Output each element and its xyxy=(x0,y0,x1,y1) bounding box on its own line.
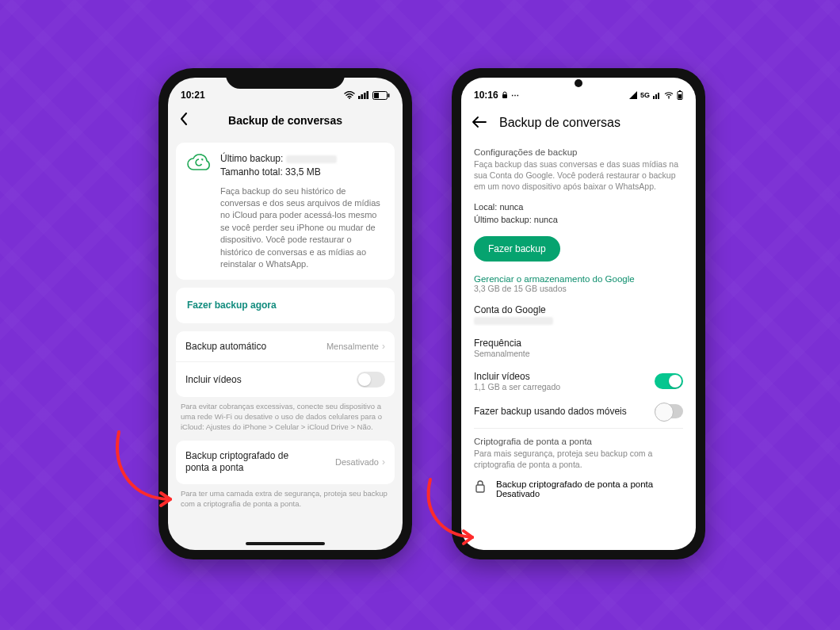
android-frame: 10:16 ⋯ 5G Backup de conversas xyxy=(452,68,705,559)
e2e-section-desc: Para mais segurança, proteja seu backup … xyxy=(474,448,683,470)
e2e-backup-row[interactable]: Backup criptografado de ponta a ponta De… xyxy=(176,441,395,484)
wifi-icon xyxy=(344,91,355,99)
android-status-icons: 5G xyxy=(629,90,683,100)
e2e-label: Backup criptografado de ponta a ponta xyxy=(185,450,304,475)
google-account-row[interactable]: Conta do Google xyxy=(474,293,683,331)
svg-rect-10 xyxy=(655,94,657,99)
section-desc: Faça backup das suas conversas e das sua… xyxy=(474,158,683,193)
more-icon: ⋯ xyxy=(511,91,519,100)
svg-rect-8 xyxy=(502,94,507,98)
include-videos-toggle[interactable] xyxy=(655,373,683,389)
svg-rect-16 xyxy=(476,485,484,492)
wifi-icon xyxy=(664,92,674,99)
svg-rect-1 xyxy=(358,96,361,99)
last-backup-label: Último backup: xyxy=(474,215,532,224)
total-size-label: Tamanho total: xyxy=(220,166,283,178)
back-button[interactable] xyxy=(472,115,487,132)
network-type: 5G xyxy=(640,91,650,99)
include-videos-toggle[interactable] xyxy=(357,372,385,388)
page-title: Backup de conversas xyxy=(228,114,342,127)
svg-point-0 xyxy=(349,97,350,99)
section-title: Configurações de backup xyxy=(474,147,683,157)
lock-small-icon xyxy=(502,91,508,99)
chevron-left-icon xyxy=(179,112,189,126)
svg-rect-6 xyxy=(388,94,390,97)
e2e-value: Desativado xyxy=(335,457,379,467)
include-videos-sub: 1,1 GB a ser carregado xyxy=(474,382,560,391)
local-label: Local: xyxy=(474,202,497,212)
svg-rect-3 xyxy=(364,93,366,99)
last-backup-value: nunca xyxy=(534,215,558,224)
iphone-frame: 10:21 Backup de conversas xyxy=(158,68,412,559)
include-videos-row[interactable]: Incluir vídeos 1,1 GB a ser carregado xyxy=(474,365,683,398)
chevron-right-icon: › xyxy=(382,341,385,352)
back-button[interactable] xyxy=(179,112,189,130)
redacted-value xyxy=(286,155,337,163)
do-backup-button[interactable]: Fazer backup xyxy=(474,236,560,262)
e2e-row-label: Backup criptografado de ponta a ponta xyxy=(496,479,653,489)
cellular-icon xyxy=(629,91,637,99)
mobile-data-row[interactable]: Fazer backup usando dados móveis xyxy=(474,398,683,425)
backup-desc: Faça backup do seu histórico de conversa… xyxy=(220,185,385,271)
page-title: Backup de conversas xyxy=(499,116,620,130)
svg-rect-9 xyxy=(653,96,655,99)
battery-icon xyxy=(372,91,390,100)
redacted-email xyxy=(474,317,553,325)
android-punch-hole xyxy=(575,79,582,87)
include-videos-row[interactable]: Incluir vídeos xyxy=(176,362,395,397)
svg-rect-2 xyxy=(361,94,364,99)
e2e-group: Backup criptografado de ponta a ponta De… xyxy=(176,441,395,484)
e2e-row-value: Desativado xyxy=(496,489,653,498)
auto-backup-value: Mensalmente xyxy=(326,342,379,351)
frequency-label: Frequência xyxy=(474,338,521,349)
total-size-value: 33,5 MB xyxy=(285,166,321,178)
manage-storage-link[interactable]: Gerenciar o armazenamento do Google xyxy=(474,274,683,284)
google-account-label: Conta do Google xyxy=(474,304,546,315)
last-backup-label: Último backup: xyxy=(220,153,283,164)
svg-rect-11 xyxy=(658,93,659,99)
mobile-data-label: Fazer backup usando dados móveis xyxy=(474,406,627,417)
ios-status-icons xyxy=(344,91,390,100)
svg-rect-15 xyxy=(678,94,682,99)
frequency-row[interactable]: Frequência Semanalmente xyxy=(474,331,683,365)
backup-info-card: Último backup: Tamanho total: 33,5 MB Fa… xyxy=(176,143,395,280)
lock-icon xyxy=(474,479,487,495)
chevron-right-icon: › xyxy=(382,456,385,468)
backup-now-button[interactable]: Fazer backup agora xyxy=(176,288,395,323)
svg-rect-4 xyxy=(367,91,369,99)
local-value: nunca xyxy=(499,202,523,212)
battery-icon xyxy=(677,90,683,100)
ios-navbar: Backup de conversas xyxy=(168,105,403,136)
svg-rect-7 xyxy=(374,93,379,98)
auto-backup-label: Backup automático xyxy=(185,341,266,352)
svg-rect-14 xyxy=(679,90,681,92)
mobile-data-toggle[interactable] xyxy=(655,404,683,418)
arrow-left-icon xyxy=(472,116,487,128)
cloud-icon xyxy=(185,152,212,176)
frequency-value: Semanalmente xyxy=(474,349,530,358)
e2e-note: Para ter uma camada extra de segurança, … xyxy=(176,489,395,517)
auto-backup-row[interactable]: Backup automático Mensalmente › xyxy=(176,331,395,362)
bars-icon xyxy=(653,91,661,99)
include-videos-label: Incluir vídeos xyxy=(474,371,560,382)
e2e-backup-row[interactable]: Backup criptografado de ponta a ponta De… xyxy=(474,472,683,498)
divider xyxy=(474,428,683,429)
backup-options-group: Backup automático Mensalmente › Incluir … xyxy=(176,331,395,397)
iphone-notch xyxy=(226,68,345,89)
storage-used: 3,3 GB de 15 GB usados xyxy=(474,284,683,293)
android-time: 10:16 xyxy=(474,90,498,101)
wifi-note: Para evitar cobranças excessivas, conect… xyxy=(176,402,395,440)
android-navbar: Backup de conversas xyxy=(461,105,696,141)
home-indicator xyxy=(246,542,325,545)
cellular-icon xyxy=(358,91,369,99)
include-videos-label: Incluir vídeos xyxy=(185,374,242,385)
ios-time: 10:21 xyxy=(181,90,205,101)
svg-point-12 xyxy=(668,97,670,99)
e2e-section-title: Criptografia de ponta a ponta xyxy=(474,437,683,446)
